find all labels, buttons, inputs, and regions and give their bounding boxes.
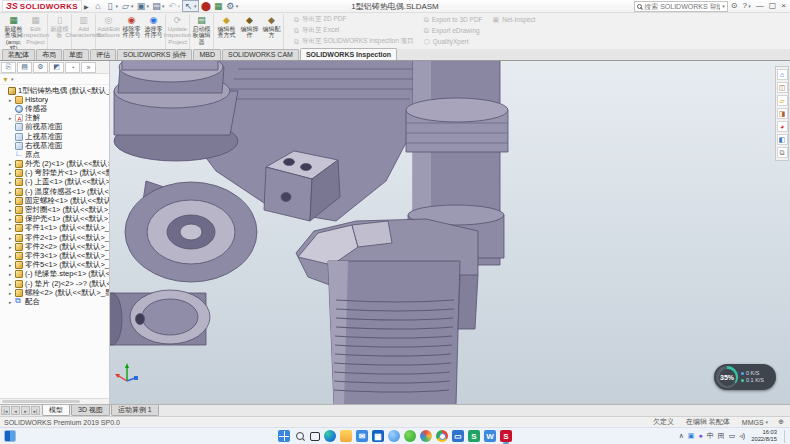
- edit-inspection-methods-button[interactable]: ◆ 编辑检查方式: [215, 14, 238, 49]
- tree-horizontal-scrollbar[interactable]: [0, 398, 109, 404]
- tree-item-history[interactable]: ▸ History: [0, 95, 109, 104]
- close-button[interactable]: ×: [781, 0, 786, 12]
- forum-icon[interactable]: ⧉: [777, 147, 788, 158]
- graphics-viewport[interactable]: ⌂ ◫ ▱ ◨ ◕ ◧ ⧉ 35%: [110, 61, 790, 404]
- wps-w-icon[interactable]: W: [484, 430, 496, 442]
- remove-balloons-button[interactable]: ◉ 移除零件序号: [120, 14, 143, 49]
- tab-scroll-prev[interactable]: ◂: [11, 406, 20, 415]
- dimxpertmanager-tab[interactable]: ◩: [49, 62, 64, 73]
- tab-motion-study[interactable]: 运动算例 1: [111, 405, 159, 416]
- search-input[interactable]: [644, 3, 720, 10]
- start-button[interactable]: [278, 430, 290, 442]
- tab-evaluate[interactable]: 评估: [90, 49, 116, 60]
- tree-item-front-plane[interactable]: ▸ 前视基准面: [0, 123, 109, 132]
- options-panels-icon[interactable]: ▦: [213, 0, 224, 12]
- edit-operations-button[interactable]: ◆ 编辑操作: [238, 14, 261, 49]
- launch-template-editor-button[interactable]: ▤ 启动模板编辑器: [191, 14, 214, 49]
- tab-layout[interactable]: 布局: [36, 49, 62, 60]
- undo-icon[interactable]: ↶ ▾: [167, 0, 182, 12]
- export-2d-pdf-button[interactable]: ⧉ 导出至 2D PDF: [291, 14, 421, 25]
- tab-scroll-first[interactable]: |◂: [1, 406, 10, 415]
- tree-item-elbow-gasket[interactable]: ▸ (-) 弯脖垫片<1> (默认<<默认>_显: [0, 169, 109, 178]
- select-icon[interactable]: ↖ ▾: [182, 0, 199, 12]
- filter-caret-icon[interactable]: ▾: [11, 76, 14, 82]
- add-characteristic-button[interactable]: ▥ Add Characteristic: [73, 14, 96, 49]
- tab-assembly[interactable]: 装配体: [2, 49, 35, 60]
- tree-item-top-plane[interactable]: ▸ 上视基准面: [0, 132, 109, 141]
- cloud-app-icon[interactable]: [388, 430, 400, 442]
- tree-filter-row[interactable]: ▼ ▾: [0, 74, 109, 85]
- tree-item-mates[interactable]: ▸ 配合: [0, 297, 109, 306]
- tab-sw-addins[interactable]: SOLIDWORKS 插件: [117, 49, 192, 60]
- configurationmanager-tab[interactable]: ⚙: [33, 62, 48, 73]
- view-palette-icon[interactable]: ◨: [777, 108, 788, 119]
- tree-item-top-cover[interactable]: ▸ (-) 上盖<1> (默认<<默认>_显示状: [0, 178, 109, 187]
- tree-item-part3[interactable]: ▸ 零件3<1> (默认<<默认>_显示状态: [0, 251, 109, 260]
- propertymanager-tab[interactable]: ▤: [17, 62, 32, 73]
- widgets-button[interactable]: [4, 430, 16, 442]
- select-balloons-button[interactable]: ◉ 选择零件序号: [143, 14, 166, 49]
- settings-icon[interactable]: ⚙ ▾: [225, 0, 240, 12]
- defender-icon[interactable]: ▣: [688, 430, 695, 442]
- tab-mbd[interactable]: MBD: [193, 49, 221, 60]
- status-underdefined[interactable]: 欠定义: [651, 417, 674, 427]
- help-button[interactable]: ? ▾: [742, 0, 750, 12]
- scrollbar-thumb[interactable]: [2, 400, 80, 403]
- tree-item-part2-2[interactable]: ▸ 零件2<2> (默认<<默认>_显示状态: [0, 242, 109, 251]
- chrome-icon[interactable]: [436, 430, 448, 442]
- featuremanager-tab[interactable]: ⎘: [1, 62, 16, 73]
- dropdown-caret-icon[interactable]: ▾: [147, 3, 150, 9]
- taskbar-clock[interactable]: 16:03 2022/8/15: [751, 429, 777, 442]
- dropdown-caret-icon[interactable]: ▾: [162, 3, 165, 9]
- app-360-icon[interactable]: [404, 430, 416, 442]
- tree-item-sensors[interactable]: ▸ 传感器: [0, 104, 109, 113]
- tree-item-right-plane[interactable]: ▸ 右视基准面: [0, 141, 109, 150]
- tab-model[interactable]: 模型: [42, 405, 70, 416]
- tree-item-insulation-step[interactable]: ▸ (-) 绝缘垫.step<1> (默认<<默认>: [0, 270, 109, 279]
- ime-lang-icon[interactable]: 中: [707, 430, 714, 442]
- export-excel-button[interactable]: ⧉ 导出至 Excel: [291, 25, 421, 36]
- volume-icon[interactable]: ◃): [739, 430, 745, 442]
- edge-icon[interactable]: [324, 430, 336, 442]
- status-globe-icon[interactable]: ⊕: [778, 418, 786, 426]
- browser-ball-icon[interactable]: [420, 430, 432, 442]
- tree-item-part5[interactable]: ▸ 零件5<1> (默认<<默认>_显示状态: [0, 261, 109, 270]
- appearances-icon[interactable]: ◕: [777, 121, 788, 132]
- tree-item-part2-1[interactable]: ▸ 零件2<1> (默认<<默认>_显示状态: [0, 233, 109, 242]
- edit-recipe-button[interactable]: ◆ 编辑配方: [261, 14, 284, 49]
- new-document-icon[interactable]: ▯ ▾: [105, 0, 120, 12]
- wps-s-icon[interactable]: S: [468, 430, 480, 442]
- display-icon[interactable]: ▭: [729, 430, 736, 442]
- tab-scroll-last[interactable]: ▸|: [31, 406, 40, 415]
- open-icon[interactable]: ▱ ▾: [120, 0, 135, 12]
- update-inspection-project-button[interactable]: ⟳ Update Inspection Project: [167, 14, 190, 49]
- monitor-app-icon[interactable]: ▭: [452, 430, 464, 442]
- sw-resources-icon[interactable]: ⌂: [777, 69, 788, 80]
- minimize-button[interactable]: —: [756, 0, 764, 12]
- panel-tab-overflow[interactable]: »: [81, 62, 96, 73]
- net-inspect-button[interactable]: ▣ Net-Inspect: [490, 14, 543, 25]
- tray-expand-icon[interactable]: ∧: [679, 430, 684, 442]
- tree-item-temp-sensor[interactable]: ▸ (-) 温度传感器<1> (默认<<默认>_: [0, 187, 109, 196]
- filter-funnel-icon[interactable]: ▼: [2, 76, 9, 83]
- restore-button[interactable]: ▢: [769, 0, 777, 12]
- edit-inspection-project-button[interactable]: ▦ Edit Inspection Project: [25, 14, 48, 49]
- displaymanager-tab[interactable]: ◔: [65, 62, 80, 73]
- print-icon[interactable]: ▤ ▾: [151, 0, 166, 12]
- tab-scroll-next[interactable]: ▸: [21, 406, 30, 415]
- net-speed-widget[interactable]: 35% 0 K/S 0.1 K/S: [714, 364, 776, 390]
- status-units[interactable]: MMGS ▾: [740, 419, 768, 426]
- tree-item-origin[interactable]: ▸ 原点: [0, 150, 109, 159]
- dropdown-caret-icon[interactable]: ▾: [194, 3, 197, 9]
- mail-icon[interactable]: ✉: [356, 430, 368, 442]
- ime-mode-icon[interactable]: 田: [718, 430, 725, 442]
- search-caret-icon[interactable]: ▾: [722, 3, 725, 9]
- dropdown-caret-icon[interactable]: ▾: [116, 3, 119, 9]
- tab-3d-views[interactable]: 3D 视图: [71, 405, 110, 416]
- rebuild-icon[interactable]: ⬤: [200, 0, 212, 12]
- status-editing[interactable]: 在编辑 装配体: [684, 417, 730, 427]
- save-icon[interactable]: ▣ ▾: [136, 0, 151, 12]
- tree-item-protective-shell[interactable]: ▸ 保护壳<1> (默认<<默认>_显示状: [0, 215, 109, 224]
- model-3d[interactable]: [110, 61, 788, 404]
- solidworks-app-icon[interactable]: S: [500, 430, 512, 442]
